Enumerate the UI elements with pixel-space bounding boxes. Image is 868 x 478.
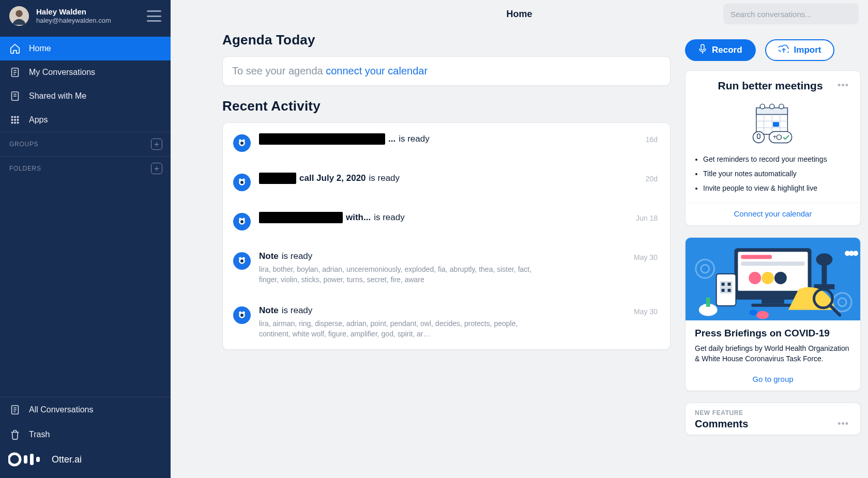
activity-item[interactable]: Note is ready lira, bother, boylan, adri… [223,241,670,295]
sidebar-section-folders: FOLDERS ＋ [0,156,171,180]
import-button[interactable]: Import [765,39,835,61]
agenda-box: To see your agenda connect your calendar [222,56,671,86]
add-folder-button[interactable]: ＋ [151,163,162,174]
meetings-bullet: Title your notes automatically [703,166,849,181]
svg-point-22 [9,454,20,465]
otter-avatar-icon [233,213,251,230]
sidebar-item-all-conversations[interactable]: All Conversations [0,397,171,422]
activity-date: 20d [646,173,658,183]
svg-point-94 [756,311,769,319]
sidebar-item-apps[interactable]: Apps [0,108,171,132]
record-button[interactable]: Record [685,39,756,61]
activity-item[interactable]: with... is ready Jun 18 [223,202,670,241]
svg-rect-74 [741,255,772,259]
connect-calendar-cta[interactable]: Connect your calendar [686,203,860,225]
svg-point-59 [753,132,765,143]
add-group-button[interactable]: ＋ [151,138,162,150]
sidebar-user-block[interactable]: Haley Walden haley@haleywalden.com [0,0,171,34]
activity-item[interactable]: Note is ready lira, airman, ring, disper… [223,295,670,349]
svg-point-43 [240,314,243,317]
recent-heading: Recent Activity [222,98,671,114]
svg-point-32 [239,179,241,181]
activity-list: ... is ready 16d call July 2, 2020 is re… [222,122,671,350]
right-column: Record Import Run better meetings ••• [685,28,861,478]
otter-avatar-icon [233,306,251,324]
brand-logo[interactable]: Otter.ai [0,447,171,475]
menu-toggle-icon[interactable] [147,10,161,22]
svg-point-51 [770,104,774,109]
svg-rect-84 [728,283,731,286]
connect-calendar-link[interactable]: connect your calendar [326,65,428,76]
press-body-text: Get daily briefings by World Health Orga… [695,343,851,364]
sidebar-item-label: My Conversations [29,68,95,77]
meetings-more-icon[interactable]: ••• [835,79,851,92]
redacted-text [259,212,343,223]
meetings-card: Run better meetings ••• [685,70,861,226]
sidebar-item-label: Apps [29,115,48,125]
import-label: Import [794,45,821,55]
otter-avatar-icon [233,174,251,191]
svg-rect-46 [701,44,704,50]
connect-calendar-cta-label: Connect your calendar [734,209,812,218]
svg-point-52 [779,104,784,109]
svg-point-14 [17,119,19,120]
activity-date: Jun 18 [636,212,658,222]
activity-title: call July 2, 2020 is ready [259,173,637,184]
svg-point-35 [240,220,243,223]
svg-point-41 [242,257,245,260]
svg-point-28 [239,140,241,142]
avatar [9,6,29,26]
svg-point-10 [14,116,16,118]
sidebar-item-trash[interactable]: Trash [0,422,171,447]
svg-point-76 [749,272,761,284]
agenda-prefix: To see your agenda [232,65,326,76]
activity-item[interactable]: call July 2, 2020 is ready 20d [223,162,670,202]
activity-snippet: lira, bother, boylan, adrian, unceremoni… [259,265,538,285]
svg-rect-79 [762,299,784,304]
home-icon [9,43,21,54]
svg-point-12 [11,119,13,120]
redacted-text [259,173,296,184]
activity-title: with... is ready [259,212,628,223]
trash-icon [9,429,21,440]
sidebar-item-shared[interactable]: Shared with Me [0,84,171,108]
sidebar-item-label: Home [29,44,51,53]
activity-snippet: lira, airman, ring, disperse, adrian, po… [259,319,538,339]
svg-rect-23 [24,455,27,464]
action-buttons: Record Import [685,39,861,61]
feature-title: Comments [695,418,748,430]
svg-point-16 [14,122,16,124]
svg-rect-93 [706,298,710,307]
meetings-title: Run better meetings [705,80,835,92]
meetings-bullet: Get reminders to record your meetings [703,152,849,166]
svg-point-67 [853,251,858,256]
meetings-bullet: Invite people to view & highlight live [703,181,849,195]
sidebar-item-label: Trash [29,430,50,439]
press-cta-label: Go to group [752,375,793,383]
svg-point-27 [240,142,243,145]
upload-icon [779,44,789,56]
feature-more-icon[interactable]: ••• [835,418,851,430]
svg-point-50 [760,104,765,109]
user-email: haley@haleywalden.com [36,17,111,25]
sidebar-section-groups: GROUPS ＋ [0,132,171,156]
sidebar-nav: Home My Conversations Shared with Me App… [0,34,171,132]
svg-point-87 [816,253,833,266]
svg-rect-88 [821,265,827,284]
sidebar-bottom: All Conversations Trash Otter.ai [0,397,171,478]
svg-point-9 [11,116,13,118]
search-input[interactable] [730,10,851,19]
svg-point-45 [242,312,245,314]
doc-icon [9,67,21,78]
press-cta[interactable]: Go to group [686,369,860,391]
svg-point-44 [239,312,241,314]
svg-rect-75 [741,261,804,266]
svg-rect-24 [30,454,34,465]
search-box[interactable] [723,4,859,24]
otter-avatar-icon [233,134,251,152]
sidebar-item-my-conversations[interactable]: My Conversations [0,60,171,84]
activity-item[interactable]: ... is ready 16d [223,123,670,162]
sidebar-item-home[interactable]: Home [0,37,171,60]
press-card: Press Briefings on COVID-19 Get daily br… [685,237,861,391]
activity-date: 16d [646,133,658,144]
